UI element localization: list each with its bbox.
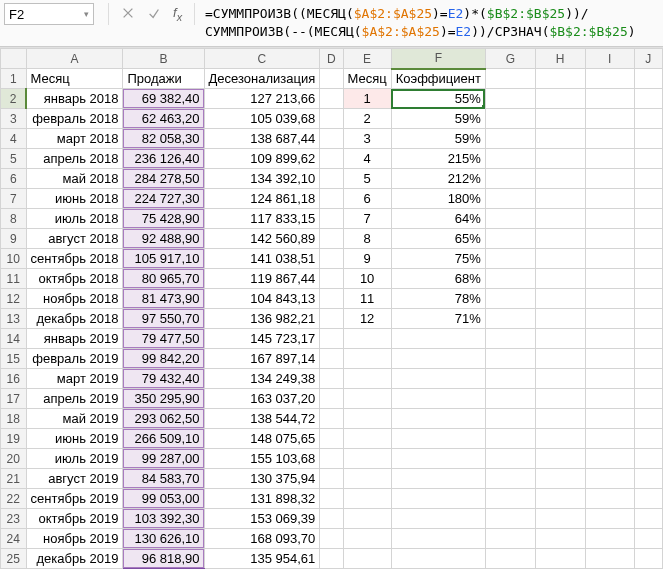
cell[interactable] xyxy=(343,349,391,369)
formula-input[interactable]: =СУММПРОИЗВ((МЕСЯЦ($A$2:$A$25)=E2)*($B$2… xyxy=(201,3,659,43)
cell[interactable] xyxy=(585,229,634,249)
cell[interactable]: 69 382,40 xyxy=(123,89,204,109)
cell[interactable] xyxy=(320,509,343,529)
cell[interactable] xyxy=(585,309,634,329)
cell[interactable]: февраль 2018 xyxy=(26,109,123,129)
cell[interactable]: 5 xyxy=(343,169,391,189)
col-header-G[interactable]: G xyxy=(485,49,535,69)
cell[interactable]: 12 xyxy=(343,309,391,329)
cell[interactable] xyxy=(485,169,535,189)
cell[interactable] xyxy=(634,549,662,569)
cell[interactable] xyxy=(535,349,585,369)
cell[interactable]: май 2018 xyxy=(26,169,123,189)
cell[interactable]: 135 954,61 xyxy=(204,549,320,569)
cell[interactable]: 130 375,94 xyxy=(204,469,320,489)
cell[interactable] xyxy=(585,509,634,529)
cell[interactable]: Продажи xyxy=(123,69,204,89)
cell[interactable] xyxy=(585,349,634,369)
cell[interactable]: 167 897,14 xyxy=(204,349,320,369)
cell[interactable] xyxy=(535,469,585,489)
row-header[interactable]: 24 xyxy=(1,529,27,549)
cell[interactable]: 80 965,70 xyxy=(123,269,204,289)
cell[interactable] xyxy=(585,109,634,129)
cell[interactable] xyxy=(320,349,343,369)
cell[interactable] xyxy=(585,449,634,469)
row-header[interactable]: 17 xyxy=(1,389,27,409)
row-header[interactable]: 10 xyxy=(1,249,27,269)
spreadsheet-grid[interactable]: A B C D E F G H I J 1МесяцПродажиДесезон… xyxy=(0,47,663,569)
cell[interactable] xyxy=(634,109,662,129)
cell[interactable]: 68% xyxy=(391,269,485,289)
cell[interactable]: 8 xyxy=(343,229,391,249)
cell[interactable] xyxy=(320,549,343,569)
cell[interactable]: 127 213,66 xyxy=(204,89,320,109)
row-header[interactable]: 20 xyxy=(1,449,27,469)
cell[interactable]: 104 843,13 xyxy=(204,289,320,309)
cell[interactable] xyxy=(343,509,391,529)
cell[interactable]: 124 861,18 xyxy=(204,189,320,209)
cell[interactable]: 134 249,38 xyxy=(204,369,320,389)
cell[interactable] xyxy=(535,429,585,449)
cell[interactable] xyxy=(585,529,634,549)
cell[interactable]: июль 2019 xyxy=(26,449,123,469)
cell[interactable] xyxy=(320,249,343,269)
cell[interactable]: 79 477,50 xyxy=(123,329,204,349)
name-box[interactable]: F2 ▾ xyxy=(4,3,94,25)
cell[interactable]: сентябрь 2018 xyxy=(26,249,123,269)
cell[interactable]: 134 392,10 xyxy=(204,169,320,189)
cell[interactable] xyxy=(535,149,585,169)
cell[interactable]: 103 392,30 xyxy=(123,509,204,529)
cell[interactable] xyxy=(485,369,535,389)
cell[interactable] xyxy=(485,509,535,529)
cell[interactable] xyxy=(535,69,585,89)
cell[interactable] xyxy=(634,409,662,429)
cell[interactable]: 64% xyxy=(391,209,485,229)
col-header-B[interactable]: B xyxy=(123,49,204,69)
cell[interactable]: 212% xyxy=(391,169,485,189)
cell[interactable]: 82 058,30 xyxy=(123,129,204,149)
cell[interactable]: 99 842,20 xyxy=(123,349,204,369)
cell[interactable]: февраль 2019 xyxy=(26,349,123,369)
row-header[interactable]: 23 xyxy=(1,509,27,529)
cell[interactable] xyxy=(634,209,662,229)
cell[interactable] xyxy=(535,189,585,209)
row-header[interactable]: 1 xyxy=(1,69,27,89)
cell[interactable]: декабрь 2019 xyxy=(26,549,123,569)
cell[interactable] xyxy=(485,229,535,249)
cell[interactable] xyxy=(535,409,585,429)
cell[interactable]: сентябрь 2019 xyxy=(26,489,123,509)
cell[interactable] xyxy=(343,369,391,389)
cell[interactable]: 1 xyxy=(343,89,391,109)
cell[interactable] xyxy=(585,369,634,389)
cell[interactable]: 136 982,21 xyxy=(204,309,320,329)
cell[interactable] xyxy=(485,289,535,309)
cell[interactable] xyxy=(585,69,634,89)
cell[interactable] xyxy=(320,369,343,389)
cell[interactable] xyxy=(585,329,634,349)
cell[interactable] xyxy=(585,549,634,569)
cell[interactable] xyxy=(634,429,662,449)
cell[interactable] xyxy=(343,389,391,409)
cell[interactable]: июнь 2018 xyxy=(26,189,123,209)
cell[interactable]: октябрь 2018 xyxy=(26,269,123,289)
cell[interactable] xyxy=(391,469,485,489)
cell[interactable] xyxy=(485,309,535,329)
cell[interactable]: 215% xyxy=(391,149,485,169)
cell[interactable] xyxy=(535,389,585,409)
row-header[interactable]: 19 xyxy=(1,429,27,449)
cell[interactable]: 153 069,39 xyxy=(204,509,320,529)
cell[interactable] xyxy=(320,409,343,429)
cell[interactable] xyxy=(485,329,535,349)
cell[interactable] xyxy=(485,429,535,449)
row-header[interactable]: 25 xyxy=(1,549,27,569)
cell[interactable]: декабрь 2018 xyxy=(26,309,123,329)
cell[interactable]: 75% xyxy=(391,249,485,269)
cell[interactable] xyxy=(634,69,662,89)
cell[interactable]: ноябрь 2019 xyxy=(26,529,123,549)
cell[interactable] xyxy=(585,489,634,509)
cell[interactable] xyxy=(343,469,391,489)
cell[interactable]: 7 xyxy=(343,209,391,229)
cell[interactable] xyxy=(634,289,662,309)
cell[interactable] xyxy=(634,349,662,369)
cell[interactable]: 97 550,70 xyxy=(123,309,204,329)
